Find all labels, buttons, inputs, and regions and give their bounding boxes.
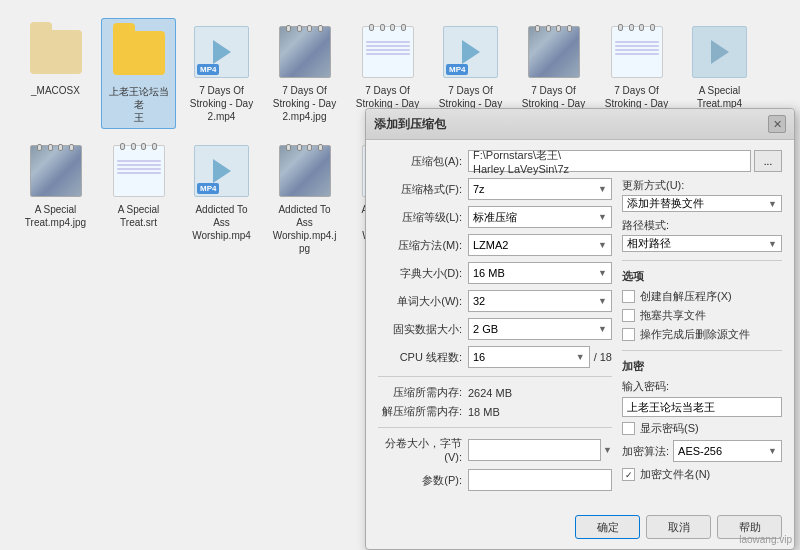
mem-compress-row: 压缩所需内存: 2624 MB bbox=[378, 385, 612, 400]
format-value: 7z bbox=[473, 183, 485, 195]
alg-label: 加密算法: bbox=[622, 444, 669, 459]
chevron-down-icon: ▼ bbox=[603, 445, 612, 455]
main-content: 压缩格式(F): 7z ▼ 压缩等级(L): 标准压缩 ▼ bbox=[378, 178, 782, 497]
file-item[interactable]: 上老王论坛当老王 bbox=[101, 18, 176, 129]
encrypt-pwd-label: 输入密码: bbox=[622, 379, 782, 394]
chevron-down-icon: ▼ bbox=[598, 240, 607, 250]
split-row: 分卷大小，字节(V): ▼ bbox=[378, 436, 612, 463]
file-label: Addicted To Ass Worship.mp4 bbox=[188, 203, 255, 242]
chevron-down-icon: ▼ bbox=[576, 352, 585, 362]
split-input[interactable] bbox=[468, 439, 601, 461]
params-label: 参数(P): bbox=[378, 473, 468, 488]
file-item[interactable]: _MACOSX bbox=[18, 18, 93, 129]
params-row: 参数(P): bbox=[378, 469, 612, 491]
file-item[interactable]: MP4 7 Days Of Stroking - Day 2.mp4 bbox=[184, 18, 259, 129]
archive-input[interactable]: F:\Pornstars\老王\Harley LaVeySin\7z bbox=[468, 150, 751, 172]
level-label: 压缩等级(L): bbox=[378, 210, 468, 225]
encrypt-pwd-value: 上老王论坛当老王 bbox=[627, 400, 715, 415]
archive-row: 压缩包(A): F:\Pornstars\老王\Harley LaVeySin\… bbox=[378, 150, 782, 172]
option2-row: 拖塞共享文件 bbox=[622, 308, 782, 323]
image-icon bbox=[524, 22, 584, 82]
pathmode-value: 相对路径 bbox=[627, 236, 671, 251]
file-item[interactable]: 7 Days Of Stroking - Day 2.mp4.jpg bbox=[267, 18, 342, 129]
cpu-select[interactable]: 16 ▼ bbox=[468, 346, 590, 368]
alg-value: AES-256 bbox=[678, 445, 722, 457]
method-row: 压缩方法(M): LZMA2 ▼ bbox=[378, 234, 612, 256]
left-column: 压缩格式(F): 7z ▼ 压缩等级(L): 标准压缩 ▼ bbox=[378, 178, 612, 497]
dict-row: 字典大小(D): 16 MB ▼ bbox=[378, 262, 612, 284]
show-pwd-checkbox[interactable] bbox=[622, 422, 635, 435]
option3-row: 操作完成后删除源文件 bbox=[622, 327, 782, 342]
file-item[interactable]: Addicted To Ass Worship.mp4.jpg bbox=[267, 137, 342, 259]
encrypt-names-checkbox[interactable] bbox=[622, 468, 635, 481]
word-select[interactable]: 32 ▼ bbox=[468, 290, 612, 312]
video-icon: MP4 bbox=[192, 141, 252, 201]
video-icon bbox=[690, 22, 750, 82]
file-item[interactable]: A Special Treat.srt bbox=[101, 137, 176, 259]
cpu-label: CPU 线程数: bbox=[378, 350, 468, 365]
divider bbox=[622, 260, 782, 261]
word-row: 单词大小(W): 32 ▼ bbox=[378, 290, 612, 312]
watermark: laowang.vip bbox=[739, 534, 792, 545]
show-pwd-label: 显示密码(S) bbox=[640, 421, 699, 436]
close-button[interactable]: ✕ bbox=[768, 115, 786, 133]
cpu-total: / 18 bbox=[594, 351, 612, 363]
explorer-background: _MACOSX 上老王论坛当老王 MP4 7 Days Of Stroking … bbox=[0, 0, 800, 550]
browse-button[interactable]: ... bbox=[754, 150, 782, 172]
dict-value: 16 MB bbox=[473, 267, 505, 279]
file-label: A Special Treat.mp4.jpg bbox=[22, 203, 89, 229]
update-select[interactable]: 添加并替换文件 ▼ bbox=[622, 195, 782, 212]
dialog-body: 压缩包(A): F:\Pornstars\老王\Harley LaVeySin\… bbox=[366, 140, 794, 507]
archive-label: 压缩包(A): bbox=[378, 154, 468, 169]
file-label: 7 Days Of Stroking - Day 2.mp4 bbox=[188, 84, 255, 123]
update-row: 更新方式(U): 添加并替换文件 ▼ bbox=[622, 178, 782, 212]
format-select[interactable]: 7z ▼ bbox=[468, 178, 612, 200]
update-label: 更新方式(U): bbox=[622, 178, 684, 193]
params-input[interactable] bbox=[468, 469, 612, 491]
mem-decompress-row: 解压缩所需内存: 18 MB bbox=[378, 404, 612, 419]
image-icon bbox=[275, 141, 335, 201]
mem-compress-label: 压缩所需内存: bbox=[378, 385, 468, 400]
encrypt-pwd-input[interactable]: 上老王论坛当老王 bbox=[622, 397, 782, 417]
encrypt-title: 加密 bbox=[622, 359, 782, 374]
file-label: 7 Days Of Stroking - Day 2.mp4.jpg bbox=[271, 84, 338, 123]
option1-row: 创建自解压程序(X) bbox=[622, 289, 782, 304]
level-select[interactable]: 标准压缩 ▼ bbox=[468, 206, 612, 228]
split-label: 分卷大小，字节(V): bbox=[378, 436, 468, 463]
dialog-footer: 确定 取消 帮助 bbox=[366, 507, 794, 549]
level-row: 压缩等级(L): 标准压缩 ▼ bbox=[378, 206, 612, 228]
chevron-down-icon: ▼ bbox=[598, 296, 607, 306]
option1-checkbox[interactable] bbox=[622, 290, 635, 303]
file-label: A Special Treat.srt bbox=[105, 203, 172, 229]
option2-checkbox[interactable] bbox=[622, 309, 635, 322]
dict-select[interactable]: 16 MB ▼ bbox=[468, 262, 612, 284]
divider bbox=[622, 350, 782, 351]
dialog-titlebar: 添加到压缩包 ✕ bbox=[366, 109, 794, 140]
dialog-title: 添加到压缩包 bbox=[374, 116, 446, 133]
option3-checkbox[interactable] bbox=[622, 328, 635, 341]
right-column: 更新方式(U): 添加并替换文件 ▼ 路径模式: 相对路径 ▼ bbox=[622, 178, 782, 497]
ok-button[interactable]: 确定 bbox=[575, 515, 640, 539]
pathmode-select[interactable]: 相对路径 ▼ bbox=[622, 235, 782, 252]
file-item[interactable]: A Special Treat.mp4.jpg bbox=[18, 137, 93, 259]
file-label: 上老王论坛当老王 bbox=[106, 85, 171, 124]
file-item[interactable]: MP4 Addicted To Ass Worship.mp4 bbox=[184, 137, 259, 259]
format-row: 压缩格式(F): 7z ▼ bbox=[378, 178, 612, 200]
update-value: 添加并替换文件 bbox=[627, 196, 704, 211]
alg-row: 加密算法: AES-256 ▼ bbox=[622, 440, 782, 462]
cancel-button[interactable]: 取消 bbox=[646, 515, 711, 539]
folder-icon bbox=[26, 22, 86, 82]
block-row: 固实数据大小: 2 GB ▼ bbox=[378, 318, 612, 340]
file-label: A Special Treat.mp4 bbox=[686, 84, 753, 110]
cpu-value: 16 bbox=[473, 351, 485, 363]
option1-label: 创建自解压程序(X) bbox=[640, 289, 732, 304]
level-value: 标准压缩 bbox=[473, 210, 517, 225]
block-select[interactable]: 2 GB ▼ bbox=[468, 318, 612, 340]
dict-label: 字典大小(D): bbox=[378, 266, 468, 281]
pathmode-row: 路径模式: 相对路径 ▼ bbox=[622, 218, 782, 252]
method-select[interactable]: LZMA2 ▼ bbox=[468, 234, 612, 256]
alg-select[interactable]: AES-256 ▼ bbox=[673, 440, 782, 462]
chevron-down-icon: ▼ bbox=[598, 184, 607, 194]
video-icon: MP4 bbox=[441, 22, 501, 82]
mem-decompress-label: 解压缩所需内存: bbox=[378, 404, 468, 419]
